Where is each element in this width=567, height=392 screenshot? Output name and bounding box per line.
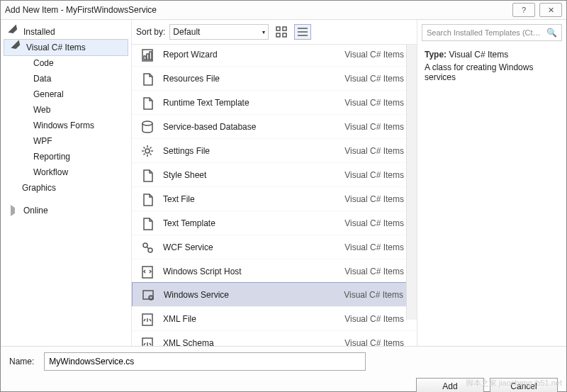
template-icon bbox=[139, 46, 156, 63]
template-row[interactable]: Report WizardVisual C# Items bbox=[132, 45, 417, 66]
template-category: Visual C# Items bbox=[344, 122, 404, 132]
grid-icon bbox=[274, 25, 288, 39]
tree-general[interactable]: General bbox=[1, 86, 131, 102]
template-category: Visual C# Items bbox=[344, 218, 404, 228]
template-icon bbox=[139, 94, 156, 111]
template-icon bbox=[139, 191, 156, 208]
view-medium-icons-button[interactable] bbox=[273, 24, 290, 40]
svg-rect-0 bbox=[276, 27, 280, 30]
help-button[interactable]: ? bbox=[512, 3, 535, 17]
template-category: Visual C# Items bbox=[344, 242, 404, 252]
template-label: Style Sheet bbox=[163, 170, 337, 180]
template-label: Service-based Database bbox=[163, 122, 337, 132]
template-label: Text File bbox=[163, 194, 337, 204]
template-icon bbox=[140, 286, 157, 303]
template-row[interactable]: WCF ServiceVisual C# Items bbox=[132, 235, 417, 259]
template-icon bbox=[139, 215, 156, 232]
template-description: A class for creating Windows services bbox=[425, 62, 559, 82]
template-row[interactable]: Windows ServiceVisual C# Items bbox=[132, 282, 417, 307]
template-category: Visual C# Items bbox=[344, 267, 404, 276]
template-row[interactable]: Service-based DatabaseVisual C# Items bbox=[132, 114, 417, 138]
chevron-down-icon bbox=[11, 40, 26, 55]
chevron-down-icon bbox=[8, 24, 23, 39]
name-label: Name: bbox=[9, 357, 34, 366]
tree-visual-csharp-items[interactable]: Visual C# Items bbox=[4, 39, 128, 56]
svg-rect-2 bbox=[276, 33, 280, 37]
svg-rect-21 bbox=[143, 291, 153, 299]
template-row[interactable]: Resources FileVisual C# Items bbox=[132, 66, 417, 90]
template-icon bbox=[139, 167, 156, 184]
template-label: Text Template bbox=[163, 218, 337, 228]
dialog-footer: Name: Add Cancel 脚本之家 jiaocheng.jb51.net bbox=[1, 346, 566, 391]
template-icon bbox=[139, 142, 156, 159]
close-button[interactable]: ✕ bbox=[539, 3, 562, 17]
tree-reporting[interactable]: Reporting bbox=[1, 149, 131, 164]
template-label: XML Schema bbox=[163, 338, 337, 347]
name-input[interactable] bbox=[44, 352, 366, 371]
svg-rect-1 bbox=[283, 27, 286, 30]
template-label: XML File bbox=[163, 314, 337, 324]
sortby-label: Sort by: bbox=[136, 27, 165, 37]
details-pane: Search Installed Templates (Ctrl+E) 🔍 Ty… bbox=[417, 20, 566, 346]
template-row[interactable]: XML FileVisual C# Items bbox=[132, 306, 417, 330]
template-row[interactable]: Runtime Text TemplateVisual C# Items bbox=[132, 90, 417, 114]
type-value: Visual C# Items bbox=[449, 50, 508, 60]
add-button[interactable]: Add bbox=[416, 378, 484, 392]
template-icon bbox=[139, 263, 156, 280]
template-icon bbox=[139, 239, 156, 256]
template-category: Visual C# Items bbox=[344, 146, 404, 156]
svg-rect-13 bbox=[147, 54, 149, 60]
template-pane: Sort by: Default ▾ ReportVisual C# Items… bbox=[132, 20, 417, 346]
template-label: Runtime Text Template bbox=[163, 98, 337, 108]
template-category: Visual C# Items bbox=[344, 170, 404, 180]
template-icon bbox=[139, 310, 156, 327]
tree-wpf[interactable]: WPF bbox=[1, 133, 131, 149]
category-tree: Installed Visual C# Items Code Data Gene… bbox=[1, 20, 132, 346]
svg-point-15 bbox=[142, 121, 152, 125]
view-details-button[interactable] bbox=[294, 24, 311, 40]
tree-graphics[interactable]: Graphics bbox=[1, 180, 131, 196]
search-icon: 🔍 bbox=[546, 28, 557, 38]
template-row[interactable]: Windows Script HostVisual C# Items bbox=[132, 259, 417, 283]
svg-point-16 bbox=[145, 149, 150, 153]
chevron-right-icon bbox=[11, 205, 21, 216]
help-icon: ? bbox=[522, 6, 526, 14]
tree-installed[interactable]: Installed bbox=[1, 24, 131, 40]
svg-rect-14 bbox=[150, 52, 152, 60]
tree-code[interactable]: Code bbox=[1, 55, 131, 71]
tree-web[interactable]: Web bbox=[1, 102, 131, 118]
search-input[interactable]: Search Installed Templates (Ctrl+E) 🔍 bbox=[422, 24, 562, 41]
scrollbar[interactable] bbox=[406, 45, 417, 320]
tree-workflow[interactable]: Workflow bbox=[1, 164, 131, 180]
tree-windows-forms[interactable]: Windows Forms bbox=[1, 118, 131, 133]
template-icon bbox=[139, 70, 156, 87]
template-category: Visual C# Items bbox=[344, 194, 404, 204]
tree-data[interactable]: Data bbox=[1, 71, 131, 86]
title-bar: Add New Item - MyFirstWindowsService ? ✕ bbox=[1, 1, 566, 20]
template-row[interactable]: Settings FileVisual C# Items bbox=[132, 138, 417, 162]
sortby-dropdown[interactable]: Default ▾ bbox=[169, 24, 269, 40]
template-label: WCF Service bbox=[163, 242, 337, 252]
template-category: Visual C# Items bbox=[344, 50, 404, 60]
template-category: Visual C# Items bbox=[344, 74, 404, 84]
list-icon bbox=[296, 25, 310, 39]
template-category: Visual C# Items bbox=[344, 314, 404, 324]
chevron-down-icon: ▾ bbox=[262, 29, 265, 35]
template-row[interactable]: XML SchemaVisual C# Items bbox=[132, 330, 417, 346]
template-category: Visual C# Items bbox=[344, 98, 404, 108]
cancel-button[interactable]: Cancel bbox=[490, 378, 558, 392]
template-label: Windows Service bbox=[164, 290, 337, 300]
window-title: Add New Item - MyFirstWindowsService bbox=[5, 5, 157, 15]
template-list[interactable]: ReportVisual C# ItemsReport WizardVisual… bbox=[132, 45, 417, 346]
svg-rect-12 bbox=[144, 56, 146, 60]
template-row[interactable]: Text TemplateVisual C# Items bbox=[132, 211, 417, 235]
close-icon: ✕ bbox=[548, 6, 554, 15]
template-row[interactable]: Style SheetVisual C# Items bbox=[132, 162, 417, 186]
template-category: Visual C# Items bbox=[344, 338, 404, 347]
template-row[interactable]: Text FileVisual C# Items bbox=[132, 186, 417, 211]
tree-online[interactable]: Online bbox=[1, 203, 131, 218]
svg-rect-3 bbox=[283, 33, 286, 37]
template-icon bbox=[139, 118, 156, 135]
template-label: Windows Script Host bbox=[163, 267, 337, 276]
template-icon bbox=[139, 335, 156, 347]
